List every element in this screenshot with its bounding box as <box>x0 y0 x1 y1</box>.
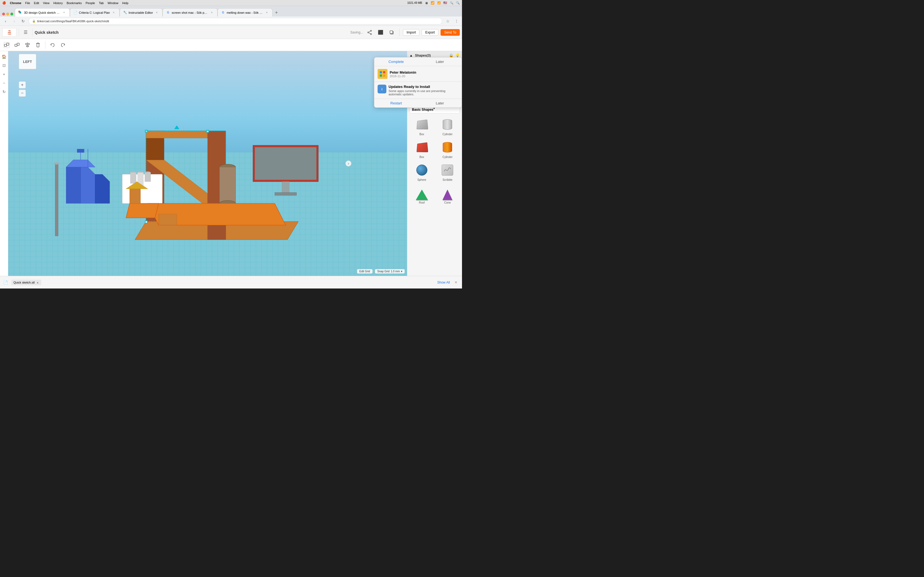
show-all-button[interactable]: Show All <box>437 280 450 284</box>
send-to-button[interactable]: Send To <box>441 29 460 36</box>
svg-rect-79 <box>383 74 385 77</box>
zoom-in-icon[interactable]: + <box>1 71 7 77</box>
menu-button[interactable]: ⋮ <box>453 18 460 24</box>
update-icon: i <box>378 85 386 93</box>
update-desc: Some apps currently in use are preventin… <box>389 89 459 96</box>
help-menu[interactable]: Help <box>122 2 128 5</box>
tab-instructable[interactable]: 🔧 Instructable Editor × <box>120 8 163 16</box>
svg-point-5 <box>368 32 369 33</box>
address-bar[interactable]: 🔒 tinkercad.com/things/9aaFBKvK08K-quick… <box>29 18 442 24</box>
new-tab-button[interactable]: + <box>273 9 280 16</box>
notification-complete-btn[interactable]: Complete <box>374 57 418 66</box>
user-info: Peter Melatonin 2018-11-20 <box>390 70 459 78</box>
tab1-close[interactable]: × <box>62 10 66 15</box>
minimize-window-btn[interactable] <box>6 13 9 15</box>
close-bottom-btn[interactable]: × <box>453 280 459 285</box>
snap-grid-label-text: Snap Grid <box>377 270 390 273</box>
home-icon[interactable]: 🏠 <box>1 53 7 60</box>
shapes-collapse-arrow[interactable]: ▲ <box>409 53 413 57</box>
shape-box-gray[interactable]: Box <box>409 116 434 137</box>
svg-rect-52 <box>282 182 289 193</box>
shape-cylinder-gray[interactable]: Cylinder <box>435 116 460 137</box>
window-menu[interactable]: Window <box>108 2 118 5</box>
tinkercad-toolbar: TIN KER CAD ☰ Quick sketch Saving... ⬛ I <box>0 26 462 39</box>
svg-rect-51 <box>255 147 317 180</box>
svg-point-60 <box>54 163 60 164</box>
tab3-close[interactable]: × <box>155 10 159 15</box>
undo-button[interactable] <box>48 41 57 50</box>
reload-button[interactable]: ↻ <box>20 18 26 24</box>
shape-cone-purple[interactable]: Cone <box>435 184 460 206</box>
maximize-window-btn[interactable] <box>10 13 13 15</box>
tab-screenshot[interactable]: G screen shot mac - Sök på Goo... × <box>163 8 218 16</box>
share-icon[interactable] <box>365 28 374 37</box>
redo-button[interactable] <box>58 41 67 50</box>
export-button[interactable]: Export <box>422 29 438 36</box>
align-button[interactable] <box>23 41 32 50</box>
tab5-close[interactable]: × <box>265 10 269 15</box>
tab-melting[interactable]: G melting down wax - Sök på Go... × <box>218 8 273 16</box>
fit-view-icon[interactable]: ⊡ <box>1 62 7 69</box>
chrome-menu[interactable]: Chrome <box>10 2 21 5</box>
bookmarks-menu[interactable]: Bookmarks <box>66 2 82 5</box>
update-text: Updates Ready to Install Some apps curre… <box>389 85 459 96</box>
forward-button[interactable]: › <box>11 18 18 24</box>
close-window-btn[interactable] <box>2 13 5 15</box>
svg-rect-14 <box>17 43 19 45</box>
bookmark-button[interactable]: ☆ <box>444 18 451 24</box>
edit-grid-button[interactable]: Edit Grid <box>357 269 373 274</box>
copy-icon[interactable] <box>387 28 396 37</box>
file-menu[interactable]: File <box>25 2 30 5</box>
apple-menu[interactable]: 🍎 <box>2 1 6 5</box>
shape-scribble[interactable]: Scribble <box>435 161 460 183</box>
tab-menu[interactable]: Tab <box>99 2 104 5</box>
snap-grid-button[interactable]: Snap Grid 1.0 mm ▾ <box>375 269 405 274</box>
shape-box-red[interactable]: Box <box>409 139 434 160</box>
tab2-close[interactable]: × <box>111 10 116 15</box>
svg-marker-23 <box>95 174 110 204</box>
tab4-favicon: G <box>166 11 170 15</box>
svg-rect-9 <box>390 31 393 34</box>
notification-later-top-btn[interactable]: Later <box>418 57 462 66</box>
shape-roof-green[interactable]: Roof <box>409 184 434 206</box>
zoom-in-viewport[interactable]: + <box>19 81 26 89</box>
zoom-out-viewport[interactable]: − <box>19 90 26 97</box>
group-button[interactable] <box>2 41 11 50</box>
view-menu[interactable]: View <box>43 2 50 5</box>
file-item[interactable]: Quick sketch.stl ▲ <box>11 280 41 285</box>
svg-marker-24 <box>66 160 95 167</box>
edit-menu[interactable]: Edit <box>34 2 39 5</box>
svg-rect-78 <box>380 74 382 77</box>
tab4-close[interactable]: × <box>210 10 214 15</box>
shapes-icon[interactable]: ⬛ <box>376 28 385 37</box>
tab1-title: 3D design Quick sketch | Tink... <box>24 11 60 14</box>
view-cube[interactable]: LEFT <box>19 54 36 69</box>
svg-marker-26 <box>77 149 84 153</box>
notification-later-bottom-btn[interactable]: Later <box>418 99 462 108</box>
back-button[interactable]: ‹ <box>2 18 9 24</box>
toolbar-sep2 <box>32 29 32 36</box>
rotate-icon[interactable]: ↻ <box>1 89 7 95</box>
svg-rect-45 <box>130 172 136 184</box>
delete-button[interactable] <box>34 41 42 50</box>
notification-restart-btn[interactable]: Restart <box>374 99 418 108</box>
zoom-out-icon[interactable]: − <box>1 80 7 86</box>
search-icon[interactable]: 🔍 <box>456 1 460 5</box>
file-type-icon: 📄 <box>3 280 8 285</box>
history-menu[interactable]: History <box>53 2 63 5</box>
panel-collapse-arrow[interactable]: › <box>346 160 351 166</box>
people-menu[interactable]: People <box>86 2 95 5</box>
import-button[interactable]: Import <box>403 29 419 36</box>
design-title: Quick sketch <box>35 30 349 35</box>
svg-text:i: i <box>381 87 382 91</box>
shape-cylinder-orange[interactable]: Cylinder <box>435 139 460 160</box>
roof-green-label: Roof <box>419 201 425 204</box>
tab-criteria[interactable]: 📄 Criteria C: Logical Plan × <box>70 8 120 16</box>
svg-rect-34 <box>145 130 147 132</box>
viewport-3d[interactable]: LEFT <box>8 51 407 276</box>
edit-sep <box>45 41 45 49</box>
nav-icon[interactable]: ☰ <box>21 28 30 37</box>
shape-sphere-teal[interactable]: Sphere <box>409 161 434 183</box>
tab-3d-design[interactable]: 3D design Quick sketch | Tink... × <box>15 8 70 16</box>
ungroup-button[interactable] <box>13 41 21 50</box>
